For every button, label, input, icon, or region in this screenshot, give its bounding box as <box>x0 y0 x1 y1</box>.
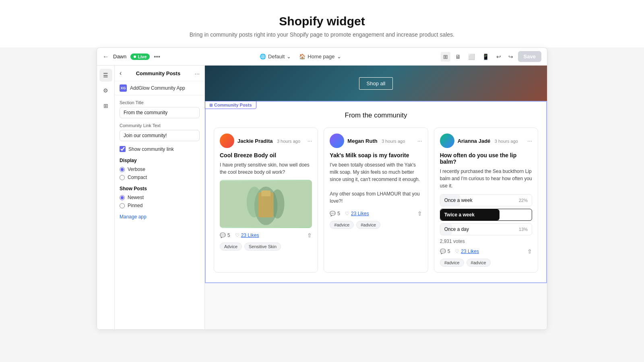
poll-pct-1: 22% <box>519 198 528 203</box>
card-3-body: I recently purchased the Sea buckthorn L… <box>440 168 532 189</box>
comment-icon-1: 💬 <box>220 232 226 238</box>
topbar-more-button[interactable]: ••• <box>154 53 160 60</box>
comment-icon-3: 💬 <box>440 249 446 254</box>
community-link-label: Community Link Text <box>120 123 200 128</box>
card-1-more[interactable]: ··· <box>308 138 312 144</box>
show-community-link-row: Show community link <box>120 146 200 152</box>
poll-label-2: Twice a week <box>444 212 475 218</box>
post-time-1: 3 hours ago <box>277 139 300 144</box>
poll-label-3: Once a day <box>444 226 469 232</box>
card-1-tags: Advice Sensitive Skin <box>220 243 312 251</box>
preview-banner: Shop all <box>205 66 547 101</box>
card-2-tags: #advice #advice <box>330 221 422 229</box>
post-time-2: 3 hours ago <box>382 139 405 144</box>
pinned-radio[interactable] <box>120 203 125 208</box>
app-name: AddGlow Community App <box>130 85 185 91</box>
settings-icon-btn[interactable]: ⚙ <box>99 84 112 97</box>
save-button[interactable]: Save <box>518 51 541 62</box>
comment-icon-2: 💬 <box>330 211 336 216</box>
page-subtitle: Bring in community posts right into your… <box>8 31 636 38</box>
poll-option-2[interactable]: Twice a week 65% <box>440 209 532 221</box>
verbose-label: Verbose <box>128 167 145 172</box>
card-2-likes[interactable]: ♡ 23 Likes <box>345 211 369 216</box>
poll-option-1[interactable]: Once a week 22% <box>440 194 532 206</box>
user-name-1: Jackie Pradita <box>237 138 272 144</box>
preview-area: Shop all ⊞ Community Posts From the comm… <box>205 66 547 329</box>
poll-pct-2: 65% <box>519 212 528 217</box>
community-link-input[interactable] <box>120 130 200 141</box>
tag-advice-3b: #advice <box>466 259 491 267</box>
sidebar-back-button[interactable]: ‹ <box>120 70 122 77</box>
manage-app-link[interactable]: Manage app <box>120 214 200 220</box>
display-section: Display Verbose Compact <box>120 158 200 180</box>
card-3-tags: #advice #advice <box>440 259 532 267</box>
poll-option-3[interactable]: Once a day 13% <box>440 223 532 235</box>
card-1: Jackie Pradita 3 hours ago ··· Cool Bree… <box>214 128 318 273</box>
compact-radio[interactable] <box>120 175 125 180</box>
desktop-view-btn[interactable]: 🖥 <box>453 52 463 62</box>
tag-advice-3a: #advice <box>440 259 464 267</box>
store-name: Dawn <box>113 53 126 60</box>
card-1-body: I have pretty sensitive skin, how well d… <box>220 161 312 176</box>
verbose-radio[interactable] <box>120 167 125 172</box>
card-2: Megan Ruth 3 hours ago ··· Yak's Milk so… <box>324 128 428 273</box>
tag-sensitive-skin: Sensitive Skin <box>244 243 281 251</box>
user-name-2: Megan Ruth <box>347 138 377 144</box>
section-title-input[interactable] <box>120 107 200 118</box>
heart-icon-1: ♡ <box>235 232 239 238</box>
card-1-image <box>220 180 312 228</box>
tag-advice-2b: #advice <box>356 221 380 229</box>
newest-label: Newest <box>128 195 144 200</box>
show-community-link-checkbox[interactable] <box>120 146 126 152</box>
card-3-likes[interactable]: ♡ 23 Likes <box>455 249 479 254</box>
avatar-2 <box>330 134 344 148</box>
card-1-share[interactable]: ⇧ <box>307 232 312 239</box>
newest-radio[interactable] <box>120 195 125 200</box>
community-posts-tab[interactable]: ⊞ Community Posts <box>205 101 256 109</box>
card-2-comments[interactable]: 💬 5 <box>330 211 340 216</box>
show-community-link-label: Show community link <box>128 146 174 152</box>
post-time-3: 3 hours ago <box>495 139 518 144</box>
svg-rect-5 <box>261 191 270 196</box>
heart-icon-3: ♡ <box>455 249 459 254</box>
shop-all-button[interactable]: Shop all <box>359 77 393 90</box>
from-community-title: From the community <box>214 111 538 119</box>
layout-icon-btn[interactable]: ⊞ <box>441 52 450 62</box>
community-posts-section: From the community Jackie Pradita 3 hour… <box>205 101 547 283</box>
show-posts-label: Show Posts <box>120 186 200 191</box>
sections-icon-btn[interactable]: ☰ <box>99 69 112 82</box>
section-title-label: Section Title <box>120 100 200 105</box>
card-3-more[interactable]: ··· <box>527 138 532 144</box>
card-1-likes[interactable]: ♡ 23 Likes <box>235 232 259 238</box>
tablet-view-btn[interactable]: ⬜ <box>466 52 477 62</box>
default-selector[interactable]: 🌐 Default ⌄ <box>260 53 291 60</box>
avatar-3 <box>440 134 454 148</box>
card-2-more[interactable]: ··· <box>417 138 422 144</box>
card-3-share[interactable]: ⇧ <box>527 248 532 255</box>
card-3-title: How often do you use the lip balm? <box>440 152 532 165</box>
sidebar-header: ‹ Community Posts ··· <box>115 66 204 81</box>
editor-topbar: ← Dawn Live ••• 🌐 Default ⌄ 🏠 Home page … <box>97 48 547 66</box>
card-2-share[interactable]: ⇧ <box>417 210 422 217</box>
section-title-field: Section Title <box>120 100 200 118</box>
shopify-editor: ← Dawn Live ••• 🌐 Default ⌄ 🏠 Home page … <box>97 47 547 330</box>
page-title: Shopify widget <box>8 14 636 28</box>
globe-icon: 🌐 <box>260 53 266 60</box>
blocks-icon-btn[interactable]: ⊞ <box>99 99 112 112</box>
sidebar-title: Community Posts <box>136 70 181 76</box>
homepage-selector[interactable]: 🏠 Home page ⌄ <box>299 53 341 60</box>
mobile-view-btn[interactable]: 📱 <box>480 52 491 62</box>
sidebar-more-button[interactable]: ··· <box>194 70 200 77</box>
heart-icon-2: ♡ <box>345 211 349 216</box>
card-1-comments[interactable]: 💬 5 <box>220 232 230 238</box>
card-3-comments[interactable]: 💬 5 <box>440 249 450 254</box>
card-2-title: Yak's Milk soap is my favorite <box>330 152 422 158</box>
card-1-title: Cool Breeze Body oil <box>220 152 312 158</box>
redo-button[interactable]: ↪ <box>506 52 516 62</box>
undo-button[interactable]: ↩ <box>494 52 504 62</box>
card-2-body: I've been totally obsessed with the Yak'… <box>330 161 422 205</box>
back-button[interactable]: ← <box>103 53 109 60</box>
app-icon: XG <box>120 84 127 92</box>
compact-label: Compact <box>128 175 147 180</box>
avatar-1 <box>220 134 234 148</box>
